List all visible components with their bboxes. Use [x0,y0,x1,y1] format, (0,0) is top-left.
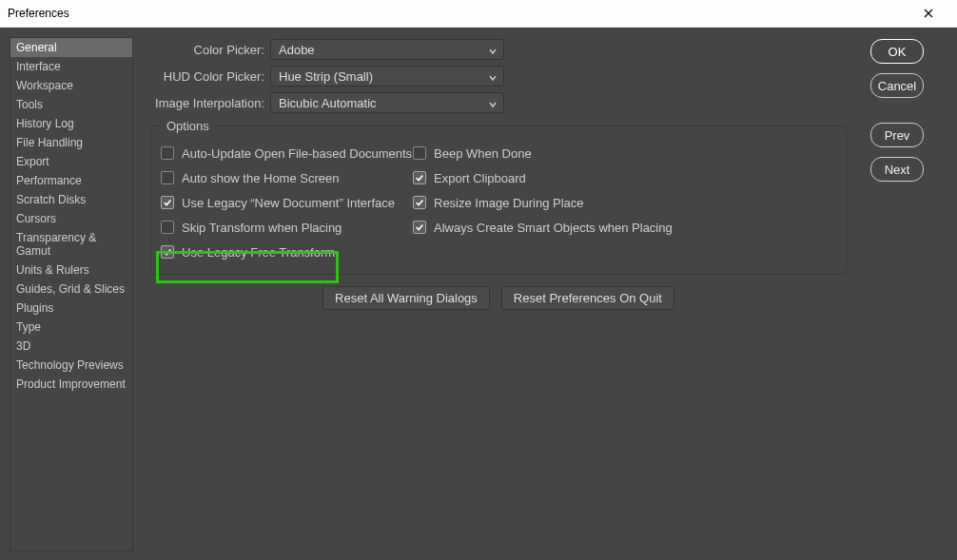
color-picker-select[interactable]: Adobe [270,39,504,60]
option-label: Auto-Update Open File-based Documents [182,146,412,161]
sidebar-item-plugins[interactable]: Plugins [10,299,132,318]
sidebar-item-performance[interactable]: Performance [10,171,132,190]
image-interpolation-select[interactable]: Bicubic Automatic [270,92,504,113]
option-label: Auto show the Home Screen [182,171,339,185]
option-left-3[interactable]: Skip Transform when Placing [161,215,413,240]
sidebar: GeneralInterfaceWorkspaceToolsHistory Lo… [10,37,133,551]
sidebar-item-scratch-disks[interactable]: Scratch Disks [10,190,132,209]
preferences-dialog: Preferences GeneralInterfaceWorkspaceToo… [0,0,957,560]
option-left-0[interactable]: Auto-Update Open File-based Documents [161,141,413,165]
color-picker-value: Adobe [279,43,315,57]
dialog-button-column: OK Cancel Prev Next [854,28,957,560]
option-right-3[interactable]: Always Create Smart Objects when Placing [413,215,836,240]
checkbox-icon [161,221,174,234]
option-right-0[interactable]: Beep When Done [413,141,836,165]
checkbox-icon [161,196,174,209]
sidebar-item-cursors[interactable]: Cursors [10,209,132,228]
option-right-2[interactable]: Resize Image During Place [413,190,836,215]
chevron-down-icon [488,45,498,59]
ok-button[interactable]: OK [870,39,924,64]
checkbox-icon [161,171,174,184]
next-button[interactable]: Next [870,157,924,182]
option-label: Always Create Smart Objects when Placing [434,221,673,235]
image-interpolation-label: Image Interpolation: [150,96,264,110]
sidebar-item-technology-previews[interactable]: Technology Previews [10,356,132,375]
reset-warning-dialogs-button[interactable]: Reset All Warning Dialogs [322,286,490,310]
checkbox-icon [161,146,174,160]
option-left-1[interactable]: Auto show the Home Screen [161,165,413,190]
option-label: Resize Image During Place [434,196,584,210]
sidebar-item-guides-grid-slices[interactable]: Guides, Grid & Slices [10,280,132,299]
prev-button[interactable]: Prev [870,123,924,147]
option-label: Use Legacy “New Document” Interface [182,196,395,210]
options-group: Options Auto-Update Open File-based Docu… [150,119,847,275]
close-button[interactable] [908,0,949,27]
chevron-down-icon [488,71,498,86]
titlebar: Preferences [0,0,957,28]
image-interpolation-value: Bicubic Automatic [279,96,377,110]
hud-color-picker-label: HUD Color Picker: [150,69,264,84]
checkbox-icon [413,146,426,160]
cancel-button[interactable]: Cancel [870,73,924,98]
sidebar-item-history-log[interactable]: History Log [10,114,132,133]
option-right-1[interactable]: Export Clipboard [413,165,836,190]
option-left-2[interactable]: Use Legacy “New Document” Interface [161,190,413,215]
window-title: Preferences [8,7,69,20]
checkbox-icon [161,245,174,259]
sidebar-item-interface[interactable]: Interface [10,57,132,76]
sidebar-item-tools[interactable]: Tools [10,95,132,114]
checkbox-icon [413,196,426,209]
sidebar-item-units-rulers[interactable]: Units & Rulers [10,261,132,280]
reset-preferences-on-quit-button[interactable]: Reset Preferences On Quit [501,286,674,310]
sidebar-item-workspace[interactable]: Workspace [10,76,132,95]
sidebar-item-type[interactable]: Type [10,318,132,337]
checkbox-icon [413,221,426,234]
option-left-4[interactable]: Use Legacy Free Transform [161,240,413,264]
options-legend: Options [161,119,215,133]
hud-color-picker-select[interactable]: Hue Strip (Small) [270,66,504,87]
chevron-down-icon [488,98,498,112]
option-label: Export Clipboard [434,171,526,185]
checkbox-icon [413,171,426,184]
sidebar-item-product-improvement[interactable]: Product Improvement [10,375,132,394]
sidebar-item-transparency-gamut[interactable]: Transparency & Gamut [10,228,132,261]
main-panel: Color Picker: Adobe HUD Color Picker: Hu… [133,28,854,560]
sidebar-item-export[interactable]: Export [10,152,132,171]
option-label: Use Legacy Free Transform [182,245,335,260]
option-label: Beep When Done [434,146,532,161]
close-icon [924,9,933,18]
option-label: Skip Transform when Placing [182,221,342,235]
hud-color-picker-value: Hue Strip (Small) [279,69,373,84]
sidebar-item-file-handling[interactable]: File Handling [10,133,132,152]
sidebar-item-3d[interactable]: 3D [10,337,132,356]
sidebar-item-general[interactable]: General [10,38,132,57]
color-picker-label: Color Picker: [150,43,264,57]
